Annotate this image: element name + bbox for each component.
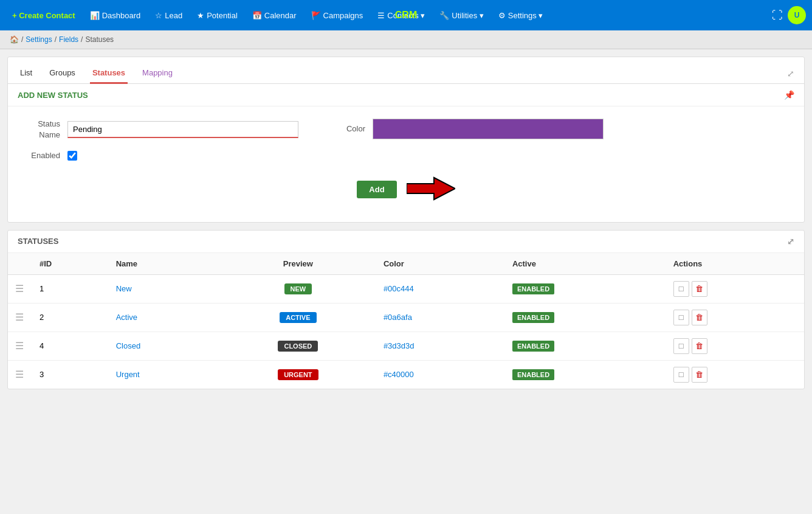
active-cell: ENABLED: [505, 303, 666, 332]
form-row-enabled: Enabled: [18, 150, 794, 161]
drag-cell: ☰: [8, 274, 32, 303]
name-cell: Active: [109, 303, 220, 332]
tab-list[interactable]: List: [18, 63, 35, 84]
name-link[interactable]: Urgent: [116, 370, 140, 379]
name-link[interactable]: New: [116, 284, 132, 293]
color-input[interactable]: [373, 119, 604, 139]
breadcrumb-settings[interactable]: Settings: [26, 35, 52, 44]
enabled-checkbox[interactable]: [67, 151, 77, 161]
breadcrumb-sep2: /: [55, 35, 57, 44]
delete-button[interactable]: 🗑: [692, 310, 707, 325]
user-avatar[interactable]: U: [788, 6, 806, 24]
nav-utilities[interactable]: 🔧 Utilities ▾: [433, 7, 490, 24]
nav-calendar[interactable]: 📅 Calendar: [246, 7, 303, 24]
tabs: List Groups Statuses Mapping: [18, 63, 175, 83]
delete-button[interactable]: 🗑: [692, 367, 707, 383]
col-actions: Actions: [666, 253, 804, 275]
nav-dashboard[interactable]: 📊 Dashboard: [84, 7, 147, 24]
active-badge: ENABLED: [512, 312, 554, 323]
table-row: ☰ 4 Closed CLOSED #3d3d3d ENABLED □ 🗑: [8, 332, 804, 360]
name-link[interactable]: Active: [116, 313, 137, 322]
home-icon[interactable]: 🏠: [10, 35, 19, 44]
actions-cell: □ 🗑: [666, 274, 804, 303]
color-link[interactable]: #0a6afa: [384, 313, 412, 322]
drag-handle-icon[interactable]: ☰: [15, 369, 24, 380]
copy-button[interactable]: □: [673, 338, 689, 354]
create-contact-button[interactable]: + Create Contact: [6, 7, 81, 24]
statuses-expand-icon[interactable]: ⤢: [787, 237, 794, 246]
breadcrumb: 🏠 / Settings / Fields / Statuses: [0, 30, 812, 49]
tab-mapping[interactable]: Mapping: [140, 63, 175, 84]
pin-icon[interactable]: 📌: [784, 90, 794, 100]
status-name-input[interactable]: [67, 121, 298, 138]
color-cell: #0a6afa: [376, 303, 505, 332]
top-navigation: + Create Contact 📊 Dashboard ☆ Lead ★ Po…: [0, 0, 812, 30]
tab-groups[interactable]: Groups: [47, 63, 78, 84]
nav-potential[interactable]: ★ Potential: [191, 7, 244, 24]
color-cell: #c40000: [376, 360, 505, 389]
color-cell: #00c444: [376, 274, 505, 303]
color-link[interactable]: #c40000: [384, 370, 414, 379]
nav-lead[interactable]: ☆ Lead: [149, 7, 188, 24]
list-icon: ☰: [377, 11, 385, 20]
preview-cell: ACTIVE: [220, 303, 376, 332]
form-group-enabled: Enabled: [18, 150, 77, 161]
statuses-section-header: STATUSES ⤢: [8, 231, 804, 253]
active-cell: ENABLED: [505, 332, 666, 360]
drag-handle-icon[interactable]: ☰: [15, 341, 24, 351]
active-badge: ENABLED: [512, 341, 554, 352]
breadcrumb-fields[interactable]: Fields: [59, 35, 78, 44]
active-badge: ENABLED: [512, 283, 554, 294]
svg-marker-0: [407, 178, 455, 200]
table-header-row: #ID Name Preview Color Active Actions: [8, 253, 804, 275]
col-preview: Preview: [220, 253, 376, 275]
color-cell: #3d3d3d: [376, 332, 505, 360]
delete-button[interactable]: 🗑: [692, 338, 707, 354]
copy-button[interactable]: □: [673, 281, 689, 297]
preview-cell: NEW: [220, 274, 376, 303]
preview-badge: NEW: [284, 283, 312, 294]
drag-cell: ☰: [8, 303, 32, 332]
table-row: ☰ 1 New NEW #00c444 ENABLED □ 🗑: [8, 274, 804, 303]
tool-icon: 🔧: [439, 11, 449, 20]
copy-button[interactable]: □: [673, 310, 689, 325]
id-cell: 3: [32, 360, 109, 389]
add-new-status-form: StatusName Color Enabled: [8, 106, 804, 222]
drag-cell: ☰: [8, 332, 32, 360]
flag-icon: 🚩: [311, 11, 321, 20]
expand-icon[interactable]: ⤢: [787, 69, 794, 78]
nav-right: ⛶ U: [772, 6, 806, 24]
nav-campaigns[interactable]: 🚩 Campaigns: [305, 7, 370, 24]
tabs-card: List Groups Statuses Mapping ⤢ ADD NEW S…: [7, 57, 805, 223]
color-link[interactable]: #00c444: [384, 284, 414, 293]
col-active: Active: [505, 253, 666, 275]
breadcrumb-sep3: /: [81, 35, 83, 44]
main-content: List Groups Statuses Mapping ⤢ ADD NEW S…: [0, 49, 812, 397]
add-new-status-header: ADD NEW STATUS 📌: [8, 84, 804, 106]
gear-icon: ⚙: [498, 11, 506, 20]
color-label: Color: [323, 123, 365, 134]
copy-button[interactable]: □: [673, 367, 689, 383]
statuses-section: STATUSES ⤢ #ID Name Preview Color Active…: [7, 230, 805, 389]
app-title: CRM: [395, 10, 417, 21]
drag-handle-icon[interactable]: ☰: [15, 283, 24, 294]
fullscreen-icon[interactable]: ⛶: [772, 9, 783, 22]
nav-settings[interactable]: ⚙ Settings ▾: [492, 7, 549, 24]
preview-badge: CLOSED: [278, 341, 318, 352]
add-button[interactable]: Add: [357, 181, 396, 198]
color-link[interactable]: #3d3d3d: [384, 341, 415, 350]
statuses-table: #ID Name Preview Color Active Actions ☰ …: [8, 253, 804, 389]
active-cell: ENABLED: [505, 360, 666, 389]
col-id: #ID: [32, 253, 109, 275]
tab-statuses[interactable]: Statuses: [90, 63, 128, 84]
delete-button[interactable]: 🗑: [692, 281, 707, 297]
col-color: Color: [376, 253, 505, 275]
drag-handle-icon[interactable]: ☰: [15, 312, 24, 322]
actions-cell: □ 🗑: [666, 303, 804, 332]
star-icon-filled: ★: [197, 11, 204, 20]
preview-cell: URGENT: [220, 360, 376, 389]
form-actions: Add: [18, 172, 794, 210]
name-link[interactable]: Closed: [116, 341, 140, 350]
statuses-title: STATUSES: [18, 237, 58, 246]
col-drag: [8, 253, 32, 275]
